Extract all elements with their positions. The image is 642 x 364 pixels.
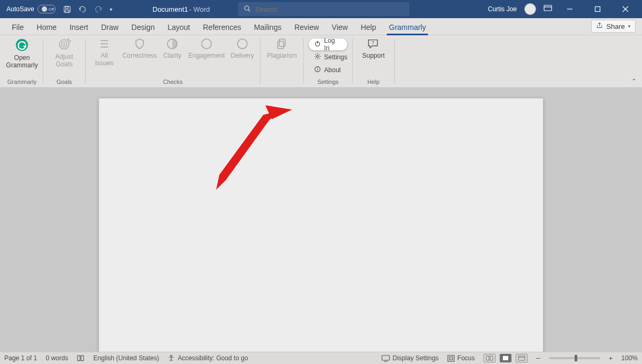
support-button[interactable]: ? Support: [358, 37, 389, 60]
accessibility-icon: [167, 354, 175, 362]
tab-file[interactable]: File: [5, 20, 30, 35]
app-suffix: - Word: [189, 5, 210, 13]
print-layout-button[interactable]: [500, 354, 511, 362]
zoom-in-button[interactable]: +: [609, 354, 613, 362]
group-settings-label: Settings: [317, 79, 339, 87]
display-settings-button[interactable]: Display Settings: [381, 354, 439, 362]
svg-rect-1: [66, 6, 68, 8]
login-button[interactable]: Log In: [309, 38, 347, 50]
correctness-button[interactable]: Correctness: [123, 37, 156, 60]
close-button[interactable]: [615, 0, 636, 18]
undo-icon[interactable]: [78, 5, 87, 13]
zoom-percent[interactable]: 100%: [621, 354, 638, 362]
autosave-toggle[interactable]: AutoSave Off: [6, 5, 56, 13]
svg-point-20: [238, 39, 247, 49]
status-words[interactable]: 0 words: [45, 354, 68, 362]
focus-button[interactable]: Focus: [447, 354, 475, 362]
target-icon: [57, 37, 71, 51]
search-icon: [243, 5, 251, 14]
engagement-button[interactable]: Engagement: [188, 37, 225, 60]
share-button[interactable]: Share ▾: [591, 20, 636, 33]
tab-view[interactable]: View: [325, 20, 354, 35]
status-language[interactable]: English (United States): [93, 354, 159, 362]
settings-label: Settings: [324, 53, 347, 61]
group-plagiarism-label: [281, 79, 282, 87]
svg-rect-2: [65, 10, 69, 12]
svg-point-14: [64, 44, 65, 45]
delivery-button[interactable]: Delivery: [230, 37, 255, 60]
titlebar-right: Curtis Joe: [488, 0, 639, 18]
group-goals: Adjust Goals Goals: [45, 35, 83, 87]
group-help-label: Help: [368, 79, 380, 87]
group-goals-label: Goals: [57, 79, 72, 87]
svg-rect-0: [64, 6, 70, 12]
collapse-ribbon-icon[interactable]: ⌃: [631, 78, 637, 85]
support-label: Support: [362, 52, 385, 60]
svg-rect-21: [279, 39, 285, 47]
tab-home[interactable]: Home: [30, 20, 63, 35]
correctness-label: Correctness: [123, 52, 157, 60]
save-icon[interactable]: [63, 5, 71, 13]
focus-label: Focus: [457, 354, 475, 362]
tab-draw[interactable]: Draw: [95, 20, 125, 35]
group-plagiarism: Plagiarism: [263, 35, 301, 87]
ribbon-display-options-icon[interactable]: [544, 5, 552, 14]
annotation-arrow-icon: [213, 105, 299, 191]
group-grammarly-label: Grammarly: [7, 79, 36, 87]
user-name[interactable]: Curtis Joe: [488, 5, 517, 13]
read-mode-button[interactable]: [484, 354, 495, 362]
qat-customize-icon[interactable]: ▾: [110, 6, 112, 12]
zoom-slider[interactable]: [549, 357, 600, 359]
tab-review[interactable]: Review: [288, 20, 325, 35]
zoom-out-button[interactable]: −: [536, 354, 540, 362]
svg-point-28: [317, 67, 318, 68]
status-page[interactable]: Page 1 of 1: [4, 354, 37, 362]
svg-rect-8: [595, 7, 600, 12]
group-checks: All Issues Correctness Clarity Engagemen…: [88, 35, 258, 87]
chat-help-icon: ?: [366, 37, 380, 50]
tab-mailings[interactable]: Mailings: [248, 20, 288, 35]
adjust-goals-button[interactable]: Adjust Goals: [49, 37, 80, 68]
minimize-button[interactable]: [560, 0, 580, 18]
settings-button[interactable]: Settings: [309, 51, 347, 63]
tab-design[interactable]: Design: [125, 20, 162, 35]
delivery-label: Delivery: [231, 52, 254, 60]
tab-help[interactable]: Help: [354, 20, 383, 35]
adjust-goals-label: Adjust Goals: [49, 53, 80, 68]
redo-icon[interactable]: [94, 5, 103, 13]
autosave-switch-off[interactable]: Off: [37, 5, 56, 13]
maximize-button[interactable]: [587, 0, 608, 18]
plagiarism-button[interactable]: Plagiarism: [266, 37, 297, 60]
book-icon: [77, 354, 85, 362]
svg-rect-37: [486, 356, 489, 360]
svg-text:?: ?: [372, 40, 374, 45]
all-issues-button[interactable]: All Issues: [91, 37, 118, 67]
about-button[interactable]: About: [309, 64, 347, 76]
web-layout-button[interactable]: [516, 354, 528, 362]
view-switcher: [484, 354, 528, 362]
svg-point-3: [244, 6, 249, 10]
open-grammarly-button[interactable]: Open Grammarly: [6, 37, 37, 69]
clarity-button[interactable]: Clarity: [162, 37, 183, 60]
search-box[interactable]: [238, 2, 409, 16]
share-icon: [596, 22, 603, 30]
group-help: ? Support Help: [355, 35, 392, 87]
user-avatar[interactable]: [524, 3, 536, 15]
document-page[interactable]: [98, 98, 544, 352]
separator-icon: [260, 38, 261, 84]
tab-layout[interactable]: Layout: [161, 20, 196, 35]
status-spellcheck[interactable]: [77, 354, 85, 362]
ribbon-tabs: File Home Insert Draw Design Layout Refe…: [0, 18, 642, 35]
tab-references[interactable]: References: [196, 20, 248, 35]
svg-rect-38: [490, 356, 493, 360]
status-accessibility[interactable]: Accessibility: Good to go: [167, 354, 248, 362]
title-bar: AutoSave Off ▾ Document1 - Word Curtis J…: [0, 0, 642, 18]
document-title: Document1 - Word: [152, 5, 210, 13]
tab-grammarly[interactable]: Grammarly: [383, 20, 432, 35]
zoom-thumb[interactable]: [575, 355, 577, 361]
svg-rect-22: [278, 41, 284, 49]
tab-insert[interactable]: Insert: [63, 20, 95, 35]
list-icon: [98, 37, 111, 50]
group-grammarly: Open Grammarly Grammarly: [3, 35, 41, 87]
search-input[interactable]: [255, 5, 404, 13]
